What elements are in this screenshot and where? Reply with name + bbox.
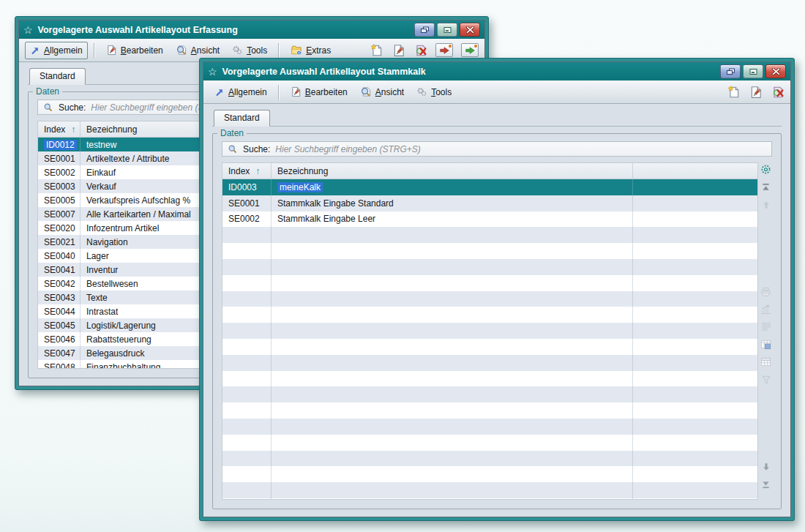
table-row-empty[interactable] bbox=[222, 482, 757, 498]
menu-bearbeiten[interactable]: Bearbeiten bbox=[101, 41, 168, 59]
cell-index bbox=[222, 339, 272, 355]
desktop: ☆ Vorgelagerte Auswahl Artikellayout Erf… bbox=[0, 0, 805, 532]
tab-standard[interactable]: Standard bbox=[214, 110, 270, 127]
cell-bezeichnung bbox=[272, 275, 633, 291]
edit-page-icon bbox=[392, 44, 405, 57]
table-window-icon bbox=[760, 340, 771, 350]
restore-button[interactable] bbox=[720, 64, 741, 78]
window-title: Vorgelagerte Auswahl Artikellayout Erfas… bbox=[38, 25, 238, 35]
edit-entry-button[interactable] bbox=[749, 85, 763, 99]
new-entry-button[interactable] bbox=[727, 85, 741, 99]
cell-extra bbox=[633, 339, 757, 355]
table-row-empty[interactable] bbox=[222, 498, 757, 499]
table-row[interactable]: SE0002Stammkalk Eingabe Leer bbox=[222, 211, 757, 228]
favorite-star-icon[interactable]: ☆ bbox=[208, 67, 217, 77]
cell-extra bbox=[633, 419, 757, 435]
close-button[interactable] bbox=[765, 64, 786, 78]
menu-ansicht[interactable]: Ansicht bbox=[355, 83, 409, 101]
table-row-empty[interactable] bbox=[222, 227, 757, 243]
scroll-bottom-icon bbox=[761, 480, 771, 489]
badge-dot bbox=[449, 45, 452, 48]
filter-button[interactable] bbox=[760, 374, 771, 385]
table-row[interactable]: SE0001Stammkalk Eingabe Standard bbox=[222, 195, 757, 211]
column-header-empty[interactable] bbox=[633, 163, 757, 179]
allgemein-arrow-icon bbox=[214, 87, 225, 97]
column-header-index[interactable]: Index↑ bbox=[38, 121, 80, 137]
cell-bezeichnung bbox=[272, 307, 633, 323]
scroll-to-top-button[interactable] bbox=[760, 181, 771, 192]
tab-standard[interactable]: Standard bbox=[29, 68, 86, 85]
menu-allgemein[interactable]: Allgemein bbox=[209, 83, 272, 101]
apply-button[interactable] bbox=[461, 43, 479, 57]
table-row-empty[interactable] bbox=[222, 339, 757, 355]
minimize-button[interactable] bbox=[437, 23, 457, 37]
table-row-empty[interactable] bbox=[222, 275, 757, 291]
close-icon bbox=[465, 26, 475, 34]
cell-bezeichnung bbox=[272, 482, 633, 498]
groupbox-label: Daten bbox=[217, 128, 247, 138]
new-page-icon bbox=[727, 86, 741, 99]
search-field[interactable]: Suche: Hier Suchbegriff eingeben (STRG+S… bbox=[222, 141, 772, 157]
sort-ascending-icon[interactable]: ↑ bbox=[255, 166, 260, 176]
table-row-empty[interactable] bbox=[222, 371, 757, 387]
window-stammkalk: ☆ Vorgelagerte Auswahl Artikellayout Sta… bbox=[199, 58, 795, 521]
cell-index bbox=[222, 291, 272, 307]
move-down-button[interactable] bbox=[760, 461, 771, 472]
cell-index bbox=[222, 402, 272, 419]
cell-index bbox=[222, 371, 272, 387]
table-row-selected[interactable]: ID0003meineKalk bbox=[222, 179, 757, 195]
move-up-button[interactable] bbox=[760, 199, 771, 210]
minimize-button[interactable] bbox=[743, 64, 763, 78]
cell-bezeichnung bbox=[272, 435, 633, 451]
menu-tools[interactable]: Tools bbox=[227, 41, 272, 59]
table-row-empty[interactable] bbox=[222, 243, 757, 259]
green-arrow-icon bbox=[465, 46, 476, 55]
grid-button[interactable] bbox=[760, 356, 771, 367]
column-header-index[interactable]: Index↑ bbox=[222, 163, 272, 179]
print-button[interactable] bbox=[760, 286, 771, 297]
menu-tools[interactable]: Tools bbox=[411, 83, 457, 101]
new-entry-button[interactable] bbox=[370, 43, 383, 57]
table-row-empty[interactable] bbox=[222, 355, 757, 371]
table-row-empty[interactable] bbox=[222, 386, 757, 402]
restore-button[interactable] bbox=[414, 23, 435, 37]
delete-entry-button[interactable] bbox=[771, 85, 785, 99]
menu-ansicht[interactable]: Ansicht bbox=[171, 41, 225, 59]
menu-bar: Allgemein Bearbeiten Ansicht Tools bbox=[203, 80, 790, 104]
cell-index bbox=[222, 243, 272, 259]
sort-ascending-icon[interactable]: ↑ bbox=[71, 124, 75, 135]
red-arrow-icon bbox=[439, 46, 450, 55]
delete-entry-button[interactable] bbox=[413, 43, 427, 57]
table-row-empty[interactable] bbox=[222, 451, 757, 467]
column-settings-button[interactable] bbox=[760, 164, 771, 175]
favorite-star-icon[interactable]: ☆ bbox=[23, 25, 33, 35]
table-row-empty[interactable] bbox=[222, 435, 757, 451]
menu-separator bbox=[94, 43, 95, 58]
titlebar[interactable]: ☆ Vorgelagerte Auswahl Artikellayout Sta… bbox=[203, 62, 790, 80]
folder-info-icon bbox=[291, 45, 302, 56]
funnel-icon bbox=[761, 375, 771, 385]
titlebar[interactable]: ☆ Vorgelagerte Auswahl Artikellayout Erf… bbox=[19, 20, 484, 39]
chart-button[interactable] bbox=[760, 304, 771, 315]
search-icon bbox=[43, 102, 53, 113]
edit-entry-button[interactable] bbox=[392, 43, 405, 57]
table-row-empty[interactable] bbox=[222, 402, 757, 419]
table-view-button[interactable] bbox=[760, 339, 771, 350]
table-row-empty[interactable] bbox=[222, 466, 757, 482]
table-row-empty[interactable] bbox=[222, 419, 757, 435]
cell-index bbox=[222, 498, 272, 499]
close-button[interactable] bbox=[460, 23, 480, 37]
search-placeholder: Hier Suchbegriff eingeben (STRG+S) bbox=[275, 144, 420, 154]
cell-bezeichnung bbox=[272, 291, 633, 307]
grouping-button[interactable] bbox=[760, 321, 771, 332]
table-row-empty[interactable] bbox=[222, 307, 757, 323]
table-row-empty[interactable] bbox=[222, 259, 757, 275]
exit-button[interactable] bbox=[435, 43, 453, 57]
menu-extras[interactable]: Extras bbox=[285, 41, 336, 59]
table-row-empty[interactable] bbox=[222, 291, 757, 307]
menu-bearbeiten[interactable]: Bearbeiten bbox=[285, 83, 353, 101]
scroll-to-bottom-button[interactable] bbox=[760, 479, 771, 490]
table-row-empty[interactable] bbox=[222, 323, 757, 339]
column-header-bezeichnung[interactable]: Bezeichnung bbox=[272, 163, 633, 179]
menu-allgemein[interactable]: Allgemein bbox=[25, 42, 88, 59]
